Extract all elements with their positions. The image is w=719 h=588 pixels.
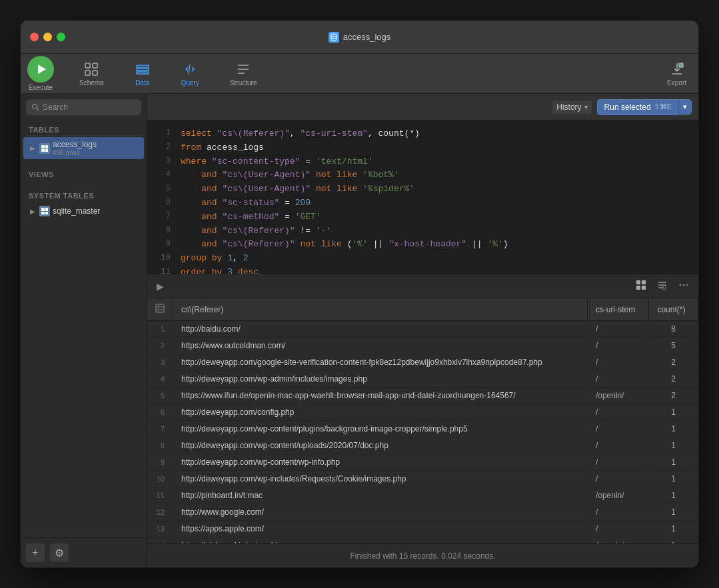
settings-button[interactable]: ⚙: [50, 543, 69, 562]
table-row: 4 http://deweyapp.com/wp-admin/includes/…: [147, 371, 698, 388]
svg-rect-3: [93, 63, 97, 68]
cell-referer: https://apps.apple.com/: [173, 521, 588, 537]
results-toolbar: ▶: [147, 274, 698, 298]
cell-referer: http://deweyapp.com/google-site-verifica…: [173, 354, 588, 371]
run-selected-button[interactable]: Run selected ⇧⌘E: [597, 99, 678, 115]
minimize-button[interactable]: [43, 33, 52, 41]
svg-rect-13: [642, 280, 646, 284]
cell-num: 3: [147, 354, 173, 371]
svg-rect-2: [85, 63, 90, 68]
run-label: Run selected: [604, 103, 651, 112]
cell-num: 7: [147, 421, 173, 438]
main-window: access_logs Execute Schema: [20, 20, 699, 568]
tables-section-label: Tables: [21, 121, 147, 137]
svg-rect-7: [137, 69, 149, 71]
svg-rect-18: [658, 287, 664, 288]
schema-button[interactable]: Schema: [74, 59, 109, 89]
cell-referer: http://deweyapp.com/wp-admin/includes/im…: [173, 371, 588, 388]
cell-referer: http://pinboard.in/t:mac: [173, 487, 588, 504]
svg-rect-16: [658, 282, 666, 283]
window-title: access_logs: [329, 32, 391, 43]
history-label: History: [556, 103, 581, 112]
table-row: 10 http://deweyapp.com/wp-includes/Reque…: [147, 471, 698, 487]
table-item-access-logs[interactable]: ▶ access_logs 496 rows: [23, 137, 144, 159]
cell-uri: /: [587, 471, 649, 487]
svg-point-23: [686, 284, 688, 286]
cell-uri: /: [587, 371, 649, 388]
results-area: ▶: [147, 274, 698, 543]
cell-count: 1: [649, 421, 698, 438]
traffic-lights: [30, 33, 65, 41]
data-label: Data: [135, 79, 149, 87]
export-button[interactable]: Export: [662, 59, 692, 89]
svg-rect-12: [636, 280, 640, 284]
history-button[interactable]: History ▾: [552, 101, 591, 114]
code-line-4: 4 and "cs\(User-Agent)" not like '%bot%': [147, 168, 698, 182]
run-dropdown-button[interactable]: ▾: [678, 99, 692, 115]
execute-label: Execute: [29, 84, 53, 91]
col-header-count: count(*): [649, 298, 698, 321]
cell-count: 1: [649, 537, 698, 544]
chevron-down-icon: ▾: [584, 103, 588, 111]
cell-uri: /: [587, 421, 649, 438]
sidebar-footer: + ⚙: [21, 537, 147, 567]
data-button[interactable]: Data: [129, 59, 156, 89]
code-line-2: 2 from access_logs: [147, 141, 698, 155]
cell-count: 1: [649, 504, 698, 521]
cell-uri: /: [587, 338, 649, 354]
fullscreen-button[interactable]: [57, 33, 65, 41]
svg-rect-24: [156, 304, 164, 312]
cell-num: 9: [147, 454, 173, 471]
execute-button[interactable]: [27, 56, 54, 83]
results-nav-button[interactable]: ▶: [154, 280, 167, 293]
status-text: Finished with 15 records. 0.024 seconds.: [350, 551, 495, 561]
db-icon: [329, 32, 339, 43]
table-row: 6 http://deweyapp.com/config.php / 1: [147, 404, 698, 421]
cell-referer: http://deweyapp.com/wp-content/plugins/b…: [173, 421, 588, 438]
table-item-sqlite-master[interactable]: ▶ sqlite_master: [23, 203, 144, 219]
grid-view-icon[interactable]: [633, 278, 649, 294]
svg-line-11: [37, 109, 39, 111]
cell-num: 10: [147, 471, 173, 487]
svg-rect-5: [93, 71, 97, 75]
add-button[interactable]: +: [26, 543, 45, 562]
col-header-uri: cs-uri-stem: [587, 298, 649, 321]
col-header-num: [147, 298, 173, 321]
cell-num: 4: [147, 371, 173, 388]
statusbar: Finished with 15 records. 0.024 seconds.: [147, 543, 698, 567]
query-label: Query: [181, 79, 199, 87]
cell-count: 2: [649, 388, 698, 404]
cell-count: 2: [649, 354, 698, 371]
execute-wrapper: Execute: [27, 56, 54, 91]
views-section-label: Views: [21, 165, 147, 181]
code-line-7: 7 and "cs-method" = 'GET': [147, 210, 698, 224]
more-options-icon[interactable]: [676, 278, 692, 294]
search-input[interactable]: [43, 103, 136, 112]
cell-num: 13: [147, 521, 173, 537]
cell-count: 8: [649, 321, 698, 338]
close-button[interactable]: [30, 33, 39, 41]
svg-rect-17: [658, 284, 666, 286]
code-editor[interactable]: 1 select "cs\(Referer)", "cs-uri-stem", …: [147, 121, 698, 274]
table-name: access_logs: [53, 140, 97, 149]
editor-area: History ▾ Run selected ⇧⌘E ▾ 1 sel: [147, 94, 698, 567]
system-tables-section-label: System Tables: [21, 186, 147, 202]
system-table-text: sqlite_master: [53, 206, 100, 216]
svg-rect-15: [642, 286, 646, 290]
query-button[interactable]: Query: [176, 59, 205, 89]
search-box[interactable]: [26, 99, 141, 115]
cell-referer: https://www.ifun.de/openin-mac-app-waehl…: [173, 388, 588, 404]
list-view-icon[interactable]: [654, 278, 670, 294]
results-table-wrap[interactable]: cs\(Referer) cs-uri-stem count(*) 1 http…: [147, 298, 698, 543]
cell-uri: /openin/: [587, 487, 649, 504]
system-table-name: sqlite_master: [53, 206, 100, 216]
table-row: 13 https://apps.apple.com/ / 1: [147, 521, 698, 537]
cell-referer: http://deweyapp.com/wp-content/uploads/2…: [173, 438, 588, 454]
svg-marker-1: [38, 65, 46, 74]
structure-button[interactable]: Structure: [225, 59, 263, 89]
cell-uri: /: [587, 404, 649, 421]
code-line-11: 11 order by 3 desc: [147, 266, 698, 274]
cell-num: 6: [147, 404, 173, 421]
cell-referer: https://www.outcoldman.com/: [173, 338, 588, 354]
toolbar: Execute Schema Data Query: [21, 54, 698, 94]
